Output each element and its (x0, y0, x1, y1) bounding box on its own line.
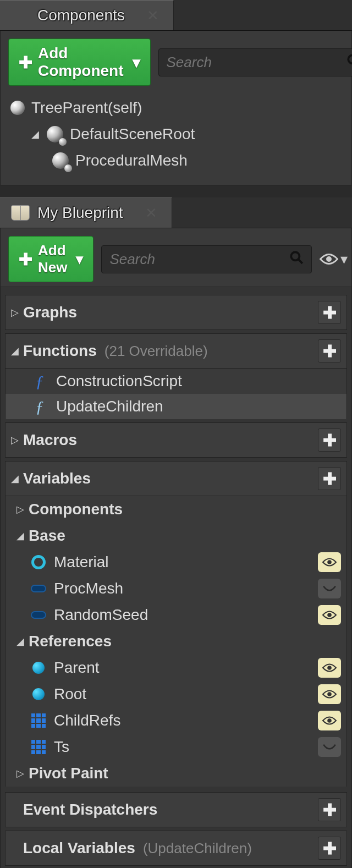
section-event-dispatchers-label: Event Dispatchers (23, 801, 157, 818)
close-icon[interactable]: ✕ (145, 205, 157, 222)
blueprint-panel: ✚ Add New ▾ ▾ (0, 228, 352, 287)
section-macros-label: Macros (23, 431, 77, 449)
eye-open-icon[interactable] (318, 605, 341, 625)
function-item[interactable]: ƒ UpdateChildren (5, 394, 347, 419)
chevron-right-icon: ▷ (16, 767, 24, 779)
tree-child-row[interactable]: ProceduralMesh (8, 147, 344, 174)
add-graph-button[interactable]: ✚ (318, 301, 341, 324)
var-category-components[interactable]: ▷ Components (5, 496, 347, 523)
eye-open-icon[interactable] (318, 711, 341, 730)
variable-item[interactable]: Ts (5, 734, 347, 760)
chevron-down-icon: ◢ (16, 530, 24, 542)
components-tab-title: Components (37, 7, 125, 24)
svg-point-9 (327, 718, 332, 723)
chevron-down-icon: ◢ (11, 345, 19, 357)
tree-scene-root-label: DefaultSceneRoot (70, 125, 195, 143)
add-new-button[interactable]: ✚ Add New ▾ (8, 236, 94, 282)
function-label: UpdateChildren (56, 398, 163, 415)
eye-closed-icon[interactable] (318, 579, 341, 598)
blueprint-search-input[interactable] (109, 251, 289, 268)
section-variables[interactable]: ◢ Variables ✚ (5, 461, 347, 496)
add-event-dispatcher-button[interactable]: ✚ (318, 798, 341, 821)
components-tab-bar: Components ✕ (0, 0, 352, 31)
variable-item[interactable]: ProcMesh (5, 575, 347, 602)
add-component-button[interactable]: ✚ Add Component ▾ (8, 39, 151, 86)
section-functions-count: (21 Overridable) (105, 343, 208, 360)
variable-type-icon (31, 554, 46, 570)
function-item[interactable]: ƒ ConstructionScript (5, 369, 347, 394)
svg-line-3 (299, 259, 303, 263)
svg-point-7 (327, 666, 332, 670)
eye-closed-icon[interactable] (318, 737, 341, 757)
variable-type-icon (31, 660, 46, 675)
blueprint-tab[interactable]: My Blueprint ✕ (0, 197, 172, 228)
tree-expand-icon[interactable]: ◢ (31, 128, 39, 140)
function-icon: ƒ (31, 372, 48, 391)
components-tree: TreeParent(self) ◢ DefaultSceneRoot Proc… (8, 95, 344, 174)
plus-icon: ✚ (19, 53, 32, 72)
svg-point-5 (327, 560, 332, 564)
svg-point-4 (327, 256, 332, 262)
variable-label: Ts (54, 738, 69, 756)
scene-component-icon (47, 126, 63, 142)
svg-point-2 (292, 252, 300, 260)
search-icon (346, 53, 352, 72)
variable-type-icon (31, 581, 46, 596)
variable-label: Parent (54, 659, 100, 677)
add-macro-button[interactable]: ✚ (318, 428, 341, 452)
svg-point-8 (327, 692, 332, 696)
section-graphs[interactable]: ▷ Graphs ✚ (5, 295, 347, 330)
components-panel: ✚ Add Component ▾ TreeParent(self) ◢ Def… (0, 31, 352, 185)
components-search-input[interactable] (167, 54, 346, 71)
components-tab[interactable]: Components ✕ (0, 0, 174, 30)
search-icon (289, 250, 304, 268)
var-category-references[interactable]: ◢ References (5, 628, 347, 655)
var-category-label: Base (29, 527, 65, 545)
add-function-button[interactable]: ✚ (318, 339, 341, 362)
chevron-right-icon: ▷ (11, 434, 19, 446)
variable-type-icon (31, 713, 46, 728)
variable-item[interactable]: Parent (5, 655, 347, 681)
eye-open-icon[interactable] (318, 552, 341, 572)
variable-type-icon (31, 607, 46, 623)
section-graphs-label: Graphs (23, 304, 77, 321)
tree-root-row[interactable]: TreeParent(self) (8, 95, 344, 121)
variable-type-icon (31, 739, 46, 755)
section-macros[interactable]: ▷ Macros ✚ (5, 422, 347, 458)
tree-scene-root-row[interactable]: ◢ DefaultSceneRoot (8, 121, 344, 147)
eye-icon (320, 252, 338, 266)
section-functions-label: Functions (23, 342, 97, 360)
blueprint-search[interactable] (101, 245, 312, 273)
var-category-label: Pivot Paint (29, 765, 108, 782)
chevron-right-icon: ▷ (16, 503, 24, 515)
variable-type-icon (31, 686, 46, 702)
components-search[interactable] (158, 48, 352, 76)
eye-open-icon[interactable] (318, 684, 341, 704)
add-local-variable-button[interactable]: ✚ (318, 837, 341, 860)
svg-point-6 (327, 613, 332, 617)
chevron-down-icon: ▾ (133, 53, 140, 72)
variable-label: RandomSeed (54, 606, 148, 624)
function-icon: ƒ (31, 397, 48, 416)
view-options-button[interactable]: ▾ (320, 251, 348, 268)
var-category-base[interactable]: ◢ Base (5, 523, 347, 549)
add-variable-button[interactable]: ✚ (318, 467, 341, 490)
function-label: ConstructionScript (56, 372, 182, 390)
chevron-down-icon: ◢ (16, 635, 24, 647)
close-icon[interactable]: ✕ (147, 7, 159, 24)
eye-open-icon[interactable] (318, 658, 341, 678)
section-functions[interactable]: ◢ Functions (21 Overridable) ✚ (5, 333, 347, 369)
add-new-label: Add New (38, 242, 67, 276)
svg-point-0 (348, 55, 352, 63)
variable-label: ChildRefs (54, 712, 120, 729)
tree-root-label: TreeParent(self) (31, 99, 142, 117)
variable-item[interactable]: ChildRefs (5, 707, 347, 734)
var-category-label: References (29, 633, 112, 650)
section-local-variables[interactable]: ▷ Local Variables (UpdateChildren) ✚ (5, 831, 347, 866)
variable-item[interactable]: Root (5, 681, 347, 707)
chevron-down-icon: ▾ (76, 251, 83, 268)
section-event-dispatchers[interactable]: ▷ Event Dispatchers ✚ (5, 792, 347, 827)
variable-item[interactable]: RandomSeed (5, 602, 347, 628)
var-category-pivot-paint[interactable]: ▷ Pivot Paint (5, 760, 347, 787)
variable-item[interactable]: Material (5, 549, 347, 575)
